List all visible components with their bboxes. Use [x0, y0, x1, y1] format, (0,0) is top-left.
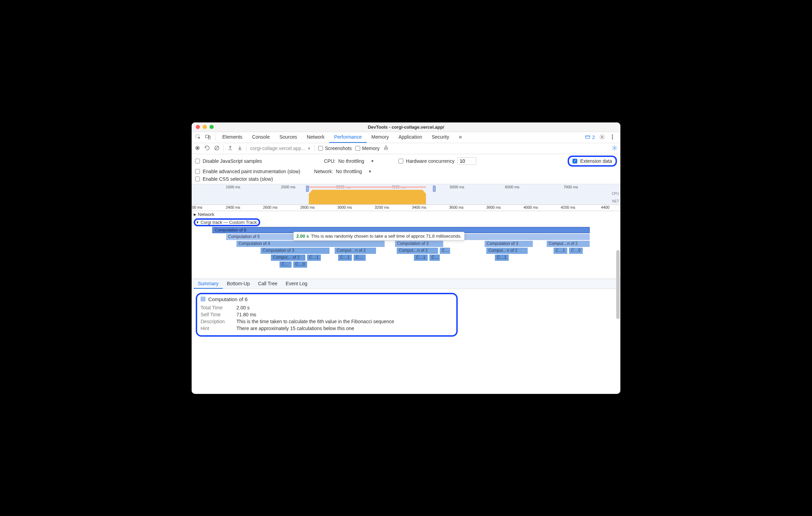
- flame-bar[interactable]: Comput… of 2: [271, 255, 305, 261]
- disable-js-samples-checkbox[interactable]: Disable JavaScript samples: [195, 158, 262, 164]
- record-button[interactable]: [194, 145, 201, 152]
- summary-hint: There are approximately 15 calculations …: [236, 326, 354, 331]
- flame-bar[interactable]: Comput…n of 2: [547, 241, 590, 247]
- inspect-icon[interactable]: [195, 134, 201, 141]
- flame-bar[interactable]: C…1: [495, 255, 509, 261]
- details-tab-strip: Summary Bottom-Up Call Tree Event Log: [192, 279, 620, 289]
- flame-bar[interactable]: Computation of 3: [261, 248, 329, 254]
- recording-label: corgi-collage.vercel.app…: [250, 146, 306, 151]
- screenshots-checkbox[interactable]: Screenshots: [318, 146, 352, 151]
- flame-bar[interactable]: C…: [429, 255, 440, 261]
- devtools-window: DevTools - corgi-collage.vercel.app/ Ele…: [192, 122, 620, 394]
- summary-self-time: 71.80 ms: [236, 312, 256, 317]
- flame-bar[interactable]: C…: [280, 261, 292, 268]
- issues-button[interactable]: 2: [585, 134, 595, 140]
- tab-event-log[interactable]: Event Log: [282, 279, 312, 289]
- flame-bar[interactable]: Computation of 3: [485, 241, 533, 247]
- settings-icon[interactable]: [599, 134, 605, 141]
- tab-elements[interactable]: Elements: [217, 132, 247, 143]
- flame-bar[interactable]: Computation of 3: [395, 241, 443, 247]
- overview-tick: 6000 ms: [505, 185, 519, 189]
- timeline-overview[interactable]: 1000 ms 2000 ms 3000 ms 4000 ms 5000 ms …: [192, 184, 620, 205]
- reload-record-button[interactable]: [204, 145, 210, 152]
- overview-tick: 2000 ms: [281, 185, 295, 189]
- svg-point-4: [601, 136, 603, 138]
- capture-settings-toggle[interactable]: [611, 145, 618, 152]
- flame-bar[interactable]: C…0: [293, 261, 307, 268]
- tab-console[interactable]: Console: [247, 132, 274, 143]
- extension-data-checkbox[interactable]: [572, 159, 577, 163]
- track-header-custom[interactable]: ▼Corgi track — Custom Track: [192, 218, 620, 227]
- tab-application[interactable]: Application: [394, 132, 427, 143]
- tab-performance[interactable]: Performance: [329, 132, 366, 143]
- tooltip-text: This is was randomly chosen to take a se…: [311, 234, 461, 239]
- recording-selector[interactable]: corgi-collage.vercel.app… ▼: [250, 146, 311, 151]
- flame-tooltip: 2.00 s This is was randomly chosen to ta…: [293, 232, 465, 240]
- vertical-scrollbar[interactable]: [616, 250, 620, 384]
- svg-rect-2: [209, 136, 210, 139]
- tab-network[interactable]: Network: [302, 132, 329, 143]
- svg-rect-3: [586, 136, 590, 139]
- download-profile-button[interactable]: [237, 145, 243, 152]
- cpu-throttle-label: CPU:: [324, 158, 335, 164]
- scrollbar-thumb[interactable]: [616, 250, 620, 319]
- tab-memory[interactable]: Memory: [367, 132, 394, 143]
- summary-total-time: 2.00 s: [236, 305, 250, 310]
- overview-long-task-strip: [309, 186, 426, 188]
- tab-call-tree[interactable]: Call Tree: [254, 279, 282, 289]
- overview-cpu-label: CPU: [612, 192, 619, 196]
- overview-net-label: NET: [612, 199, 619, 203]
- svg-point-9: [197, 147, 199, 149]
- clear-button[interactable]: [214, 145, 220, 152]
- device-toggle-icon[interactable]: [205, 134, 211, 141]
- overview-tick: 7000 ms: [564, 185, 578, 189]
- summary-panel: Computation of 6 Total Time2.00 s Self T…: [192, 289, 620, 340]
- tab-sources[interactable]: Sources: [275, 132, 302, 143]
- flame-bar[interactable]: C…1: [307, 255, 321, 261]
- extension-data-highlight: Extension data: [568, 156, 617, 167]
- tab-security[interactable]: Security: [427, 132, 454, 143]
- hardware-concurrency-input[interactable]: [457, 157, 476, 165]
- tooltip-duration: 2.00 s: [296, 234, 309, 239]
- advanced-paint-checkbox[interactable]: Enable advanced paint instrumentation (s…: [195, 169, 300, 174]
- flame-bar[interactable]: C…: [440, 248, 450, 254]
- tabs-overflow-button[interactable]: »: [454, 132, 467, 143]
- summary-description: This is the time taken to calculate the …: [236, 319, 394, 324]
- cpu-throttle-select[interactable]: No throttling▼: [338, 158, 374, 164]
- overview-range-handle-right[interactable]: [433, 186, 436, 192]
- summary-title-text: Computation of 6: [208, 296, 247, 302]
- flame-bar[interactable]: Computation of 4: [236, 241, 385, 247]
- network-throttle-select[interactable]: No throttling▼: [336, 169, 372, 174]
- tab-bottom-up[interactable]: Bottom-Up: [223, 279, 254, 289]
- svg-point-5: [612, 135, 613, 135]
- overview-tick: 1000 ms: [226, 185, 240, 189]
- flame-bar[interactable]: C…1: [414, 255, 428, 261]
- flame-rows: Computation of 6 Computation of 5 Comput…: [192, 227, 620, 279]
- extension-data-label: Extension data: [580, 158, 612, 164]
- kebab-menu-icon[interactable]: [609, 134, 616, 141]
- summary-color-swatch: [201, 297, 205, 301]
- track-header-network[interactable]: ▶Network: [192, 211, 620, 218]
- custom-track-highlight: ▼Corgi track — Custom Track: [194, 218, 260, 226]
- flame-bar[interactable]: C…: [354, 255, 366, 261]
- garbage-collect-button[interactable]: [383, 145, 389, 152]
- flame-bar[interactable]: C…1: [554, 248, 567, 254]
- flame-bar[interactable]: C…0: [569, 248, 583, 254]
- svg-point-7: [612, 138, 613, 139]
- hardware-concurrency-checkbox[interactable]: Hardware concurrency: [398, 157, 476, 165]
- svg-point-6: [612, 136, 613, 137]
- memory-checkbox[interactable]: Memory: [355, 146, 380, 151]
- flame-bar[interactable]: Comput…n of 2: [335, 248, 376, 254]
- flame-chart[interactable]: ▶Network ▼Corgi track — Custom Track Com…: [192, 211, 620, 279]
- upload-profile-button[interactable]: [227, 145, 233, 152]
- titlebar: DevTools - corgi-collage.vercel.app/: [192, 122, 620, 132]
- css-selector-stats-checkbox[interactable]: Enable CSS selector stats (slow): [195, 176, 273, 182]
- overview-range-handle-left[interactable]: [306, 186, 309, 192]
- flame-bar[interactable]: C…1: [338, 255, 352, 261]
- overview-cpu-activity: [309, 188, 426, 205]
- summary-highlight: Computation of 6 Total Time2.00 s Self T…: [196, 293, 458, 337]
- flame-bar[interactable]: Comput…n of 2: [397, 248, 438, 254]
- flame-bar[interactable]: Comput…n of 2: [486, 248, 528, 254]
- tab-summary[interactable]: Summary: [194, 279, 223, 289]
- window-title: DevTools - corgi-collage.vercel.app/: [192, 125, 620, 130]
